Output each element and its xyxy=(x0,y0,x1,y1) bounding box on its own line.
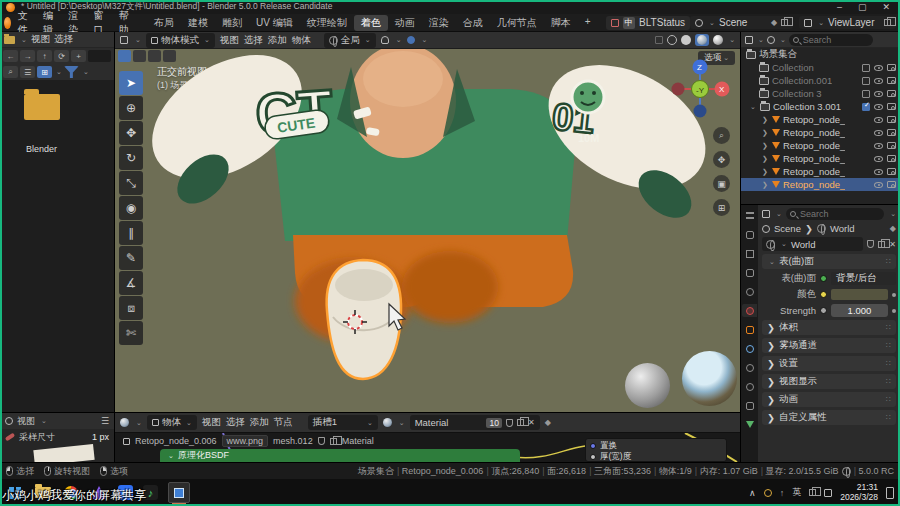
tool-annotate-pen[interactable]: ✎ xyxy=(119,246,143,270)
chevron-right-icon[interactable]: ❯ xyxy=(761,181,769,189)
vp-menu-object[interactable]: 物体 xyxy=(292,34,311,47)
tab-render[interactable] xyxy=(742,228,757,241)
eye-icon[interactable] xyxy=(874,156,883,162)
tab-shading-active[interactable]: 着色 xyxy=(354,15,388,31)
camera-icon[interactable] xyxy=(887,77,896,84)
mode-dropdown[interactable]: 物体模式 ⌄ xyxy=(146,33,215,48)
chevron-right-icon[interactable]: ❯ xyxy=(761,142,769,150)
camera-icon[interactable] xyxy=(887,116,896,123)
ie-menu-view[interactable]: 视图 xyxy=(17,415,35,428)
tool-measure[interactable]: ∡ xyxy=(119,271,143,295)
tab-scene[interactable] xyxy=(742,285,757,298)
pin-icon[interactable]: ◆ xyxy=(890,224,896,233)
zoom-icon[interactable]: ⌕ xyxy=(713,127,730,144)
tray-expand-icon[interactable]: ∧ xyxy=(749,488,756,498)
world-datablock-field[interactable]: ⌄ World xyxy=(762,237,863,251)
fb-display-list-button[interactable]: ☰ xyxy=(20,66,35,78)
tray-status-icon[interactable] xyxy=(764,489,772,497)
camera-icon[interactable] xyxy=(887,129,896,136)
tool-rotate[interactable]: ↻ xyxy=(119,146,143,170)
eye-icon[interactable] xyxy=(874,78,883,84)
exclude-checkbox[interactable] xyxy=(862,77,870,85)
vp-menu-select[interactable]: 选择 xyxy=(244,34,263,47)
panel-surface-header[interactable]: ⌄ 表(曲)面 ∷ xyxy=(762,254,896,269)
camera-icon[interactable] xyxy=(887,181,896,188)
eye-icon[interactable] xyxy=(874,169,883,175)
panel-custom-properties[interactable]: ❯自定义属性∷ xyxy=(762,410,896,425)
breadcrumb-material[interactable]: Material xyxy=(342,436,374,446)
image-editor-icon[interactable] xyxy=(5,417,13,425)
file-browser-icon[interactable] xyxy=(4,36,15,44)
keyframe-dot[interactable] xyxy=(892,309,896,313)
drag-grip-icon[interactable]: ∷ xyxy=(886,359,891,368)
outliner-row-collection-active[interactable]: ⌄ Collection 3.001 xyxy=(741,100,900,113)
tool-scale[interactable]: ⤡ xyxy=(119,171,143,195)
tab-animation[interactable]: 动画 xyxy=(388,15,422,31)
tab-scripting[interactable]: 脚本 xyxy=(544,15,578,31)
fb-back-button[interactable]: ← xyxy=(3,50,18,62)
properties-search-input[interactable] xyxy=(786,208,884,220)
eye-icon[interactable] xyxy=(874,182,883,188)
breadcrumb-mesh[interactable]: mesh.012 xyxy=(273,436,313,446)
drag-grip-icon[interactable]: ∷ xyxy=(886,257,891,266)
tray-sound-icon[interactable] xyxy=(824,489,832,497)
vp-menu-add[interactable]: 添加 xyxy=(268,34,287,47)
panel-viewport-display[interactable]: ❯视图显示∷ xyxy=(762,374,896,389)
gizmo-x[interactable]: X xyxy=(719,85,725,94)
vp-menu-view[interactable]: 视图 xyxy=(220,34,239,47)
material-datablock-field[interactable]: Material 10 ✕ xyxy=(410,415,540,430)
close-button[interactable]: ✕ xyxy=(882,2,890,12)
tab-sculpting[interactable]: 雕刻 xyxy=(215,15,249,31)
copy-icon[interactable] xyxy=(517,419,524,426)
panel-animation[interactable]: ❯动画∷ xyxy=(762,392,896,407)
maximize-button[interactable]: ▢ xyxy=(858,2,867,12)
fb-search-button[interactable]: ⌕ xyxy=(3,66,18,78)
exclude-checkbox[interactable] xyxy=(862,90,870,98)
blender-menu-icon[interactable] xyxy=(4,17,11,29)
shading-solid-icon[interactable] xyxy=(681,35,691,45)
principled-bsdf-node[interactable]: ⌄ 原理化BSDF xyxy=(160,449,520,462)
eye-icon[interactable] xyxy=(874,143,883,149)
fake-user-shield-icon[interactable] xyxy=(867,240,874,248)
editor-type-icon[interactable] xyxy=(120,36,128,44)
drag-grip-icon[interactable]: ∷ xyxy=(886,323,891,332)
tab-object[interactable] xyxy=(742,323,757,336)
notification-center-icon[interactable] xyxy=(886,487,894,499)
fb-path-field[interactable] xyxy=(88,50,111,62)
tab-data[interactable] xyxy=(742,418,757,431)
sample-size-value[interactable]: 1 px xyxy=(92,432,109,442)
shading-material-active[interactable] xyxy=(695,34,709,46)
tool-move[interactable]: ✥ xyxy=(119,121,143,145)
eye-icon[interactable] xyxy=(874,130,883,136)
exclude-checkbox[interactable] xyxy=(862,103,870,111)
pin-icon[interactable]: ◆ xyxy=(545,418,551,427)
folder-thumbnail-blender[interactable] xyxy=(24,94,60,120)
fb-display-thumb-button[interactable]: ⊞ xyxy=(37,66,52,78)
xray-toggle-icon[interactable] xyxy=(655,36,663,44)
snap-magnet-icon[interactable] xyxy=(381,36,389,44)
navigation-gizmo[interactable]: Z X -Y xyxy=(668,57,732,121)
surface-type-dropdown[interactable]: 背景/后台 xyxy=(831,272,896,285)
tab-rendering[interactable]: 渲染 xyxy=(422,15,456,31)
se-menu-view[interactable]: 视图 xyxy=(202,416,221,429)
node-canvas[interactable]: Retopo_node_0.006 www.png mesh.012 Mater… xyxy=(115,433,740,462)
fb-parent-button[interactable]: ↑ xyxy=(37,50,52,62)
world-color-swatch[interactable] xyxy=(831,289,888,300)
fb-menu-view[interactable]: 视图 xyxy=(31,33,50,46)
pin-icon[interactable]: ◆ xyxy=(771,18,777,27)
material-output-node[interactable]: 置换 厚(宽)度 xyxy=(585,438,727,462)
tab-geometry-nodes[interactable]: 几何节点 xyxy=(490,15,544,31)
properties-display-icon[interactable] xyxy=(762,210,770,218)
outliner-row-root[interactable]: 场景集合 xyxy=(741,48,900,61)
scene-selector[interactable]: ⌄ Scene ◆ xyxy=(690,16,793,29)
unlink-x-icon[interactable]: ✕ xyxy=(528,418,535,427)
eye-icon[interactable] xyxy=(874,117,883,123)
outliner-row-object[interactable]: ❯ Retopo_node_ xyxy=(741,113,900,126)
unlink-x-icon[interactable]: ✕ xyxy=(889,240,896,249)
outliner-row-object[interactable]: ❯ Retopo_node_ xyxy=(741,139,900,152)
tab-view-layer[interactable] xyxy=(742,266,757,279)
tray-download-icon[interactable]: ↑ xyxy=(780,488,785,498)
tool-select-box[interactable]: ➤ xyxy=(119,71,143,95)
material-icon[interactable] xyxy=(383,418,392,427)
orientation-dropdown[interactable]: 全局 ⌄ xyxy=(324,33,376,48)
